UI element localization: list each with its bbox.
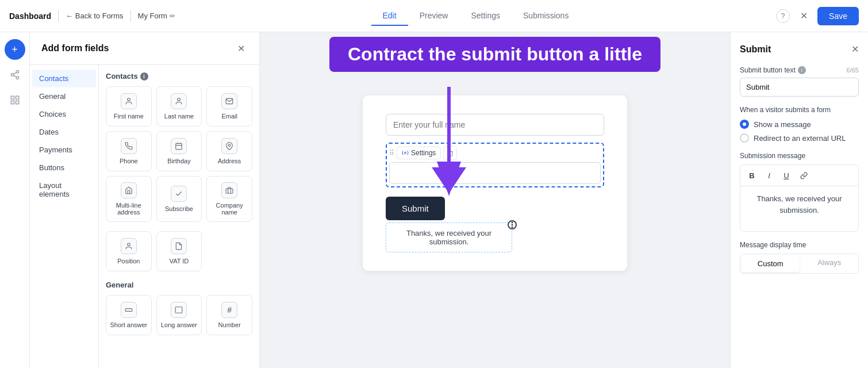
category-general[interactable]: General <box>32 87 96 105</box>
field-multiline-address[interactable]: Multi-line address <box>106 176 152 222</box>
fields-area: Contacts i First name <box>99 65 259 368</box>
trash-icon <box>447 150 454 156</box>
show-message-option[interactable]: Show a message <box>740 120 859 129</box>
multiline-address-icon <box>121 182 137 198</box>
back-to-forms-link[interactable]: ← Back to Forms <box>66 12 123 20</box>
field-label: Position <box>117 258 140 264</box>
plus-icon: + <box>11 44 18 56</box>
save-button[interactable]: Save <box>817 7 859 25</box>
tab-preview[interactable]: Preview <box>408 6 460 26</box>
italic-button[interactable]: I <box>762 168 776 182</box>
show-message-radio[interactable] <box>740 120 749 129</box>
field-company-name[interactable]: Company name <box>206 176 252 222</box>
svg-point-9 <box>127 98 130 101</box>
top-bar-left: Dashboard ← Back to Forms My Form ✏ <box>9 10 175 22</box>
divider2 <box>130 10 131 22</box>
field-last-name[interactable]: Last name <box>156 86 202 126</box>
link-icon <box>800 172 808 179</box>
form-name-input[interactable] <box>386 114 604 136</box>
svg-line-4 <box>13 72 16 74</box>
field-label: First name <box>114 113 144 120</box>
link-button[interactable] <box>797 168 811 182</box>
info-icon-2: i <box>798 66 806 74</box>
field-address[interactable]: Address <box>206 131 252 171</box>
grid-button[interactable] <box>5 90 25 110</box>
tab-edit[interactable]: Edit <box>371 6 408 26</box>
svg-point-0 <box>16 71 19 74</box>
submit-panel-close-button[interactable]: ✕ <box>851 44 859 55</box>
field-position[interactable]: Position <box>106 231 152 271</box>
submit-btn-container: Submit Thanks, we received your submissi… <box>386 197 512 252</box>
app-container: Dashboard ← Back to Forms My Form ✏ Edit… <box>0 0 868 368</box>
category-buttons[interactable]: Buttons <box>32 159 96 177</box>
form-second-input[interactable] <box>389 162 601 184</box>
bold-button[interactable]: B <box>745 168 759 182</box>
delete-field-button[interactable] <box>443 146 457 160</box>
svg-rect-18 <box>125 309 132 312</box>
share-button[interactable] <box>5 64 25 85</box>
general-fields-grid: Short answer Long answer # Number <box>106 295 252 335</box>
divider <box>58 10 59 22</box>
field-number[interactable]: # Number <box>206 295 252 335</box>
button-text-label: Submit button text i 6/65 <box>740 66 859 74</box>
submit-button-text-input[interactable] <box>740 78 859 97</box>
field-label: Address <box>218 158 241 164</box>
form-row-selected: ⠿ Settings <box>386 143 604 187</box>
display-time-toggle: Custom Always <box>740 254 859 274</box>
first-name-icon <box>121 93 137 109</box>
add-field-button[interactable]: + <box>5 39 25 60</box>
submit-panel-title: Submit <box>740 44 771 55</box>
help-button[interactable]: ? <box>776 9 790 23</box>
submit-button-preview[interactable]: Submit <box>386 197 445 220</box>
svg-rect-7 <box>11 101 14 104</box>
tab-settings[interactable]: Settings <box>459 6 512 26</box>
resize-handle[interactable] <box>508 220 517 229</box>
submission-message-label: Submission message <box>740 152 859 160</box>
category-contacts[interactable]: Contacts <box>32 70 96 87</box>
svg-rect-19 <box>176 307 183 313</box>
editor-content[interactable]: Thanks, we received your submission. <box>740 186 859 232</box>
svg-point-24 <box>512 224 513 225</box>
info-icon: i <box>140 72 148 80</box>
category-layout[interactable]: Layout elements <box>32 177 96 203</box>
field-long-answer[interactable]: Long answer <box>156 295 202 335</box>
panel-title: Add form fields <box>41 43 109 53</box>
field-label: Birthday <box>167 158 190 164</box>
always-option[interactable]: Always <box>801 254 859 273</box>
field-first-name[interactable]: First name <box>106 86 152 126</box>
field-subscribe[interactable]: Subscribe <box>156 176 202 222</box>
form-row-controls: ⠿ Settings <box>389 146 601 160</box>
redirect-option[interactable]: Redirect to an external URL <box>740 133 859 143</box>
edit-form-name-icon[interactable]: ✏ <box>170 12 175 20</box>
field-vat-id[interactable]: VAT ID <box>156 231 202 271</box>
field-phone[interactable]: Phone <box>106 131 152 171</box>
redirect-radio[interactable] <box>740 133 749 143</box>
settings-button[interactable]: Settings <box>397 147 441 159</box>
field-email[interactable]: Email <box>206 86 252 126</box>
contacts-section-title: Contacts i <box>106 72 252 80</box>
underline-button[interactable]: U <box>779 168 793 182</box>
top-bar: Dashboard ← Back to Forms My Form ✏ Edit… <box>0 0 868 32</box>
category-payments[interactable]: Payments <box>32 141 96 159</box>
category-dates[interactable]: Dates <box>32 123 96 141</box>
panel-close-button[interactable]: ✕ <box>234 41 248 55</box>
birthday-icon <box>171 138 187 154</box>
svg-point-23 <box>512 221 513 223</box>
svg-rect-5 <box>11 96 14 99</box>
drag-handle[interactable]: ⠿ <box>389 149 394 157</box>
field-short-answer[interactable]: Short answer <box>106 295 152 335</box>
field-birthday[interactable]: Birthday <box>156 131 202 171</box>
svg-rect-11 <box>176 143 182 150</box>
window-close-button[interactable]: ✕ <box>797 9 811 23</box>
custom-option[interactable]: Custom <box>742 255 800 272</box>
svg-point-17 <box>127 243 130 246</box>
gear-icon <box>402 150 409 156</box>
submit-panel-header: Submit ✕ <box>740 44 859 55</box>
tab-bar: Edit Preview Settings Submissions <box>371 6 581 26</box>
tab-submissions[interactable]: Submissions <box>512 6 580 26</box>
field-label: Short answer <box>110 321 147 328</box>
position-icon <box>121 238 137 254</box>
share-icon <box>10 70 20 80</box>
field-label: Company name <box>209 202 249 216</box>
category-choices[interactable]: Choices <box>32 105 96 123</box>
